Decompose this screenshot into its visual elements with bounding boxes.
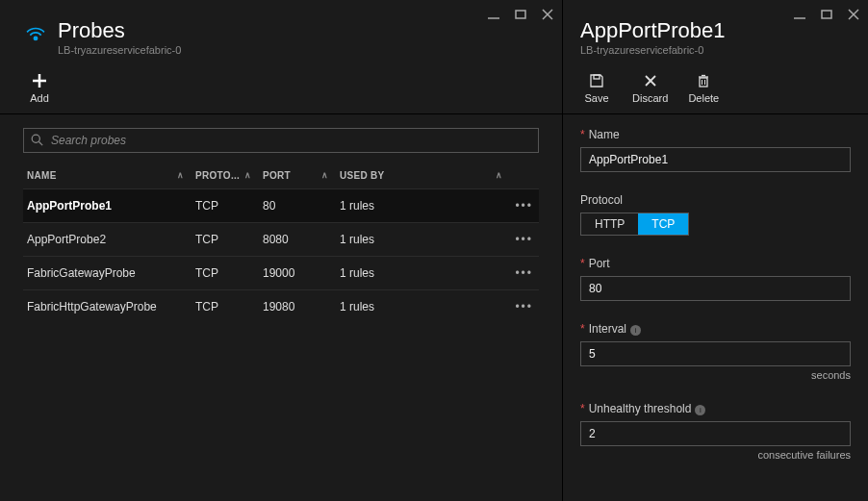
cell-port: 8080	[259, 223, 336, 257]
probes-list-pane: Probes LB-tryazureservicefabric-0 Add NA…	[0, 0, 563, 501]
cell-protocol: TCP	[191, 189, 259, 223]
col-usedby[interactable]: USED BY∧	[336, 163, 510, 189]
interval-input[interactable]	[580, 341, 851, 366]
svg-rect-13	[594, 75, 600, 79]
protocol-label: Protocol	[580, 193, 851, 207]
cell-port: 19080	[259, 290, 336, 324]
cell-name: AppPortProbe1	[23, 189, 191, 223]
port-input[interactable]	[580, 276, 851, 301]
protocol-tcp-button[interactable]: TCP	[638, 213, 688, 235]
cell-usedby: 1 rules	[336, 223, 510, 257]
cell-usedby: 1 rules	[336, 290, 510, 324]
threshold-label: *Unhealthy thresholdi	[580, 402, 851, 415]
col-protocol[interactable]: PROTO...∧	[191, 163, 259, 189]
protocol-http-button[interactable]: HTTP	[581, 213, 638, 235]
cell-usedby: 1 rules	[336, 257, 510, 290]
col-port[interactable]: PORT∧	[259, 163, 336, 189]
add-button[interactable]: Add	[23, 73, 56, 104]
info-icon[interactable]: i	[695, 405, 705, 415]
sort-caret-icon: ∧	[177, 170, 184, 180]
discard-button[interactable]: Discard	[632, 73, 668, 104]
detail-subtitle: LB-tryazureservicefabric-0	[580, 44, 725, 56]
probe-detail-pane: AppPortProbe1 LB-tryazureservicefabric-0…	[563, 0, 868, 501]
probe-icon	[23, 21, 48, 46]
cell-usedby: 1 rules	[336, 189, 510, 223]
add-label: Add	[30, 92, 49, 104]
sort-caret-icon: ∧	[244, 170, 251, 180]
col-name[interactable]: NAME∧	[23, 163, 191, 189]
row-menu-button[interactable]: •••	[510, 223, 539, 257]
name-input[interactable]	[580, 147, 851, 172]
interval-label: *Intervali	[580, 322, 851, 336]
table-row[interactable]: FabricGatewayProbeTCP190001 rules•••	[23, 257, 539, 290]
row-menu-button[interactable]: •••	[510, 290, 539, 324]
table-row[interactable]: AppPortProbe1TCP801 rules•••	[23, 189, 539, 223]
detail-title: AppPortProbe1	[580, 19, 725, 42]
search-input[interactable]	[23, 128, 539, 153]
sort-caret-icon: ∧	[321, 170, 328, 180]
cell-port: 19000	[259, 257, 336, 290]
cell-protocol: TCP	[191, 257, 259, 290]
table-row[interactable]: AppPortProbe2TCP80801 rules•••	[23, 223, 539, 257]
svg-line-8	[39, 142, 43, 146]
svg-rect-16	[700, 78, 707, 87]
port-label: *Port	[580, 257, 851, 270]
svg-point-7	[32, 135, 39, 142]
cell-protocol: TCP	[191, 223, 259, 257]
cell-protocol: TCP	[191, 290, 259, 324]
info-icon[interactable]: i	[630, 325, 641, 336]
protocol-toggle: HTTP TCP	[580, 213, 689, 236]
cell-name: FabricHttpGatewayProbe	[23, 290, 191, 324]
threshold-hint: consecutive failures	[580, 449, 851, 461]
delete-button[interactable]: Delete	[687, 73, 720, 104]
name-label: *Name	[580, 128, 851, 141]
page-subtitle: LB-tryazureservicefabric-0	[58, 44, 181, 56]
search-icon	[31, 134, 43, 146]
cell-name: AppPortProbe2	[23, 223, 191, 257]
svg-point-4	[34, 36, 38, 40]
threshold-input[interactable]	[580, 421, 851, 446]
table-row[interactable]: FabricHttpGatewayProbeTCP190801 rules•••	[23, 290, 539, 324]
probes-table: NAME∧ PROTO...∧ PORT∧ USED BY∧ AppPortPr…	[23, 163, 539, 323]
page-title: Probes	[58, 19, 181, 42]
row-menu-button[interactable]: •••	[510, 189, 539, 223]
sort-caret-icon: ∧	[496, 170, 502, 180]
cell-port: 80	[259, 189, 336, 223]
save-button[interactable]: Save	[580, 73, 613, 104]
cell-name: FabricGatewayProbe	[23, 257, 191, 290]
row-menu-button[interactable]: •••	[510, 257, 539, 290]
interval-hint: seconds	[580, 369, 851, 381]
